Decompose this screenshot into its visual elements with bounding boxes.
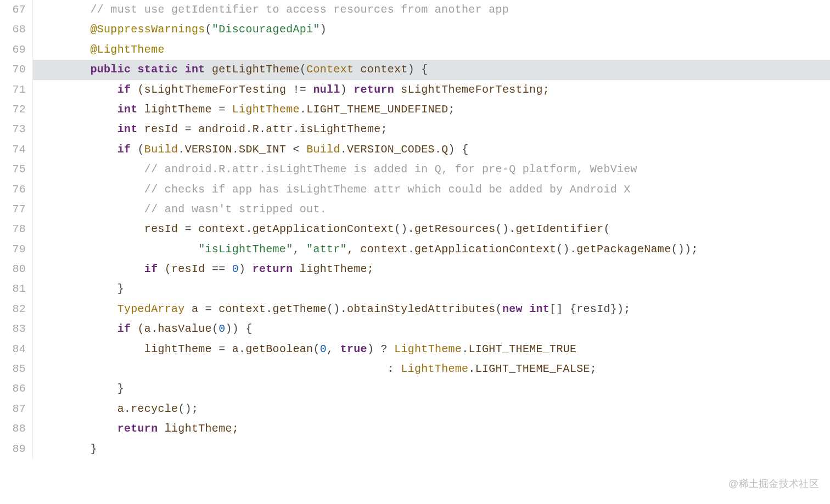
line-number: 76 bbox=[0, 180, 26, 200]
code-line[interactable]: if (a.hasValue(0)) { bbox=[33, 319, 830, 339]
line-number: 69 bbox=[0, 40, 26, 60]
code-line[interactable]: TypedArray a = context.getTheme().obtain… bbox=[33, 299, 830, 319]
line-number: 82 bbox=[0, 299, 26, 319]
code-line[interactable]: int lightTheme = LightTheme.LIGHT_THEME_… bbox=[33, 100, 830, 120]
code-editor: 67 68 69 70 71 72 73 74 75 76 77 78 79 8… bbox=[0, 0, 830, 459]
code-area[interactable]: // must use getIdentifier to access reso… bbox=[33, 0, 830, 459]
line-number: 83 bbox=[0, 319, 26, 339]
code-line[interactable]: if (sLightThemeForTesting != null) retur… bbox=[33, 80, 830, 100]
line-number: 68 bbox=[0, 20, 26, 39]
code-line-highlighted[interactable]: public static int getLightTheme(Context … bbox=[33, 60, 830, 80]
line-number: 77 bbox=[0, 200, 26, 219]
code-line[interactable]: // must use getIdentifier to access reso… bbox=[33, 0, 830, 20]
line-number: 78 bbox=[0, 219, 26, 239]
line-number: 74 bbox=[0, 140, 26, 160]
line-number: 85 bbox=[0, 359, 26, 379]
line-number: 87 bbox=[0, 399, 26, 419]
code-line[interactable]: // android.R.attr.isLightTheme is added … bbox=[33, 160, 830, 179]
code-line[interactable]: : LightTheme.LIGHT_THEME_FALSE; bbox=[33, 359, 830, 379]
line-number: 89 bbox=[0, 439, 26, 459]
line-number: 73 bbox=[0, 120, 26, 139]
line-number: 84 bbox=[0, 339, 26, 359]
code-line[interactable]: // checks if app has isLightTheme attr w… bbox=[33, 180, 830, 200]
line-number: 80 bbox=[0, 259, 26, 279]
line-number: 81 bbox=[0, 279, 26, 299]
line-number: 86 bbox=[0, 379, 26, 399]
line-number: 79 bbox=[0, 240, 26, 259]
code-line[interactable]: resId = context.getApplicationContext().… bbox=[33, 219, 830, 239]
code-line[interactable]: } bbox=[33, 439, 830, 459]
code-line[interactable]: int resId = android.R.attr.isLightTheme; bbox=[33, 120, 830, 139]
line-number: 70 bbox=[0, 60, 26, 80]
code-line[interactable]: a.recycle(); bbox=[33, 399, 830, 419]
code-line[interactable]: "isLightTheme", "attr", context.getAppli… bbox=[33, 240, 830, 259]
code-line[interactable]: return lightTheme; bbox=[33, 419, 830, 439]
code-line[interactable]: } bbox=[33, 279, 830, 299]
code-line[interactable]: @LightTheme bbox=[33, 40, 830, 60]
line-number: 67 bbox=[0, 0, 26, 20]
code-line[interactable]: } bbox=[33, 379, 830, 399]
code-line[interactable]: lightTheme = a.getBoolean(0, true) ? Lig… bbox=[33, 339, 830, 359]
line-number: 88 bbox=[0, 419, 26, 439]
line-number-gutter: 67 68 69 70 71 72 73 74 75 76 77 78 79 8… bbox=[0, 0, 33, 459]
code-line[interactable]: @SuppressWarnings("DiscouragedApi") bbox=[33, 20, 830, 39]
line-number: 75 bbox=[0, 160, 26, 179]
code-line[interactable]: if (resId == 0) return lightTheme; bbox=[33, 259, 830, 279]
line-number: 72 bbox=[0, 100, 26, 120]
line-number: 71 bbox=[0, 80, 26, 100]
code-line[interactable]: if (Build.VERSION.SDK_INT < Build.VERSIO… bbox=[33, 140, 830, 160]
code-line[interactable]: // and wasn't stripped out. bbox=[33, 200, 830, 219]
